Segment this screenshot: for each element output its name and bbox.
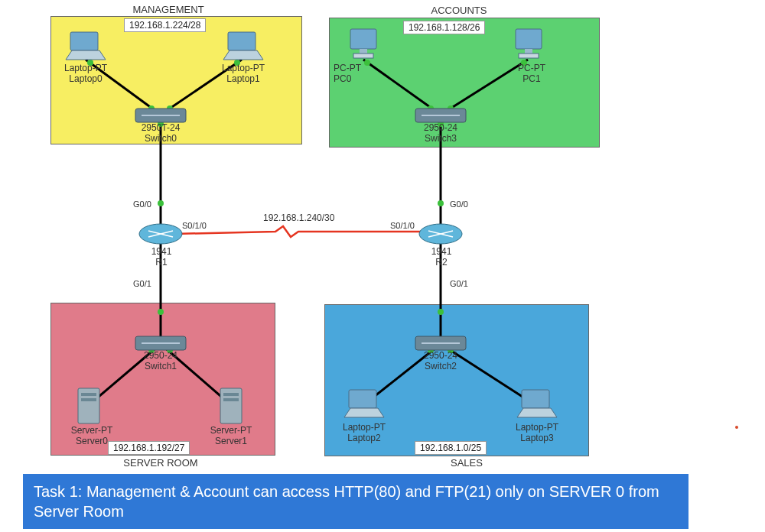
serial-link-subnet: 192.168.1.240/30	[263, 212, 334, 223]
label-r2: 1941R2	[422, 246, 461, 268]
laptop-icon[interactable]	[63, 31, 109, 63]
svg-rect-40	[353, 54, 373, 58]
label-pc0: PC-PTPC0	[334, 63, 387, 85]
label-laptop1: Laptop-PTLaptop1	[211, 63, 275, 85]
svg-point-22	[158, 200, 164, 206]
iface-r1-g01: G0/1	[133, 279, 151, 288]
svg-marker-35	[66, 50, 106, 60]
svg-rect-38	[350, 29, 376, 49]
svg-rect-63	[223, 398, 239, 401]
svg-rect-62	[223, 393, 239, 396]
iface-r2-g00: G0/0	[450, 200, 468, 209]
label-r1: 1941R1	[142, 246, 181, 268]
router-icon[interactable]	[418, 222, 464, 248]
label-pc1: PC-PTPC1	[505, 63, 558, 85]
label-server1: Server-PTServer1	[200, 425, 262, 447]
server-icon[interactable]	[73, 387, 104, 425]
label-switch0: 2950T-24Switch0	[130, 122, 191, 144]
iface-r1-s010: S0/1/0	[182, 221, 207, 230]
svg-marker-67	[517, 408, 557, 417]
svg-rect-64	[349, 390, 376, 408]
svg-rect-41	[516, 29, 542, 49]
laptop-icon[interactable]	[220, 31, 266, 63]
svg-rect-43	[519, 54, 539, 58]
svg-marker-37	[223, 50, 263, 60]
label-switch2: 2950-24Switch2	[410, 350, 471, 372]
label-laptop2: Laptop-PTLaptop2	[332, 422, 396, 444]
svg-rect-59	[81, 393, 96, 396]
svg-rect-42	[525, 49, 532, 54]
iface-r1-g00: G0/0	[133, 200, 151, 209]
task-banner: Task 1: Management & Account can access …	[23, 474, 688, 529]
svg-point-24	[158, 309, 164, 315]
label-laptop0: Laptop-PTLaptop0	[54, 63, 118, 85]
laptop-icon[interactable]	[341, 388, 387, 420]
svg-marker-65	[344, 408, 384, 417]
iface-r2-g01: G0/1	[450, 279, 468, 288]
router-icon[interactable]	[138, 222, 184, 248]
server-icon[interactable]	[216, 387, 246, 425]
svg-rect-36	[228, 32, 256, 50]
svg-rect-60	[81, 398, 96, 401]
artifact-dot-icon	[734, 425, 739, 430]
laptop-icon[interactable]	[514, 388, 560, 420]
svg-rect-66	[522, 390, 549, 408]
svg-point-23	[438, 200, 444, 206]
label-server0: Server-PTServer0	[61, 425, 122, 447]
label-switch1: 2950-24Switch1	[130, 350, 191, 372]
label-laptop3: Laptop-PTLaptop3	[505, 422, 569, 444]
svg-rect-39	[360, 49, 367, 54]
desktop-pc-icon[interactable]	[346, 28, 381, 63]
svg-point-25	[438, 309, 444, 315]
svg-rect-34	[70, 32, 98, 50]
desktop-pc-icon[interactable]	[511, 28, 546, 63]
label-switch3: 2950-24Switch3	[410, 122, 471, 144]
topology-canvas: MANAGEMENT ACCOUNTS SERVER ROOM SALES 19…	[0, 0, 765, 532]
svg-point-68	[735, 426, 738, 429]
iface-r2-s010: S0/1/0	[390, 221, 415, 230]
